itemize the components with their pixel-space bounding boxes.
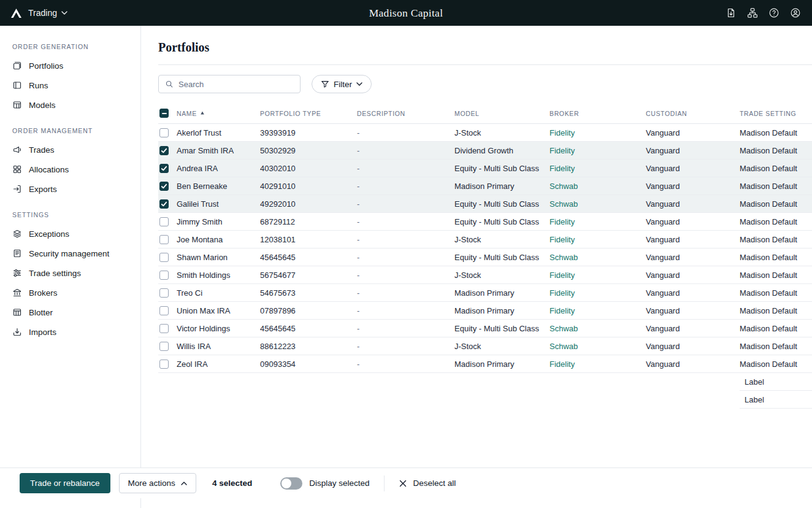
row-checkbox[interactable] xyxy=(159,128,169,137)
broker-link[interactable]: Schwab xyxy=(550,253,578,262)
table-row[interactable]: Galilei Trust49292010-Equity - Multi Sub… xyxy=(158,195,812,213)
broker-link[interactable]: Schwab xyxy=(550,182,578,191)
broker-link[interactable]: Fidelity xyxy=(550,306,575,315)
cell-custodian: Vanguard xyxy=(646,355,740,373)
sidebar-item-security-management[interactable]: Security management xyxy=(0,244,140,263)
app-logo-icon[interactable] xyxy=(11,9,21,18)
column-header-custodian[interactable]: CUSTODIAN xyxy=(646,103,740,124)
cell-description: - xyxy=(357,337,454,355)
cell-broker: Fidelity xyxy=(550,231,646,248)
cell-custodian: Vanguard xyxy=(646,284,740,302)
row-checkbox[interactable] xyxy=(159,271,169,280)
filter-button[interactable]: Filter xyxy=(312,75,372,93)
cell-model: Madison Primary xyxy=(454,355,550,373)
hierarchy-icon[interactable] xyxy=(747,7,758,18)
cell-name: Amar Smith IRA xyxy=(177,142,260,160)
broker-link[interactable]: Fidelity xyxy=(550,164,575,173)
column-header-broker[interactable]: BROKER xyxy=(550,103,646,124)
sidebar-item-portfolios[interactable]: Portfolios xyxy=(0,56,140,75)
table-row[interactable]: Victor Holdings45645645-Equity - Multi S… xyxy=(158,320,812,337)
help-icon[interactable] xyxy=(768,7,779,18)
row-checkbox[interactable] xyxy=(159,182,169,191)
toggle-knob xyxy=(282,479,291,488)
column-header-description[interactable]: DESCRIPTION xyxy=(357,103,454,124)
row-checkbox[interactable] xyxy=(159,253,169,262)
table-row[interactable]: Union Max IRA07897896-Madison PrimaryFid… xyxy=(158,302,812,320)
row-checkbox[interactable] xyxy=(159,217,169,226)
data-import-icon[interactable] xyxy=(726,7,737,18)
cell-portfolio-type: 09093354 xyxy=(260,355,357,373)
sidebar-item-label: Brokers xyxy=(29,288,58,298)
column-header-portfolio-type[interactable]: PORTFOLIO TYPE xyxy=(260,103,357,124)
broker-link[interactable]: Fidelity xyxy=(550,128,575,137)
broker-link[interactable]: Fidelity xyxy=(550,217,575,226)
column-header-name[interactable]: NAME xyxy=(177,103,260,124)
broker-link[interactable]: Fidelity xyxy=(550,360,575,369)
search-icon xyxy=(165,80,174,88)
row-checkbox[interactable] xyxy=(159,164,169,173)
row-checkbox[interactable] xyxy=(159,324,169,333)
table-row[interactable]: Joe Montana12038101-J-StockFidelityVangu… xyxy=(158,231,812,248)
table-row[interactable]: Andrea IRA40302010-Equity - Multi Sub Cl… xyxy=(158,160,812,177)
display-selected-toggle[interactable] xyxy=(280,477,302,490)
account-icon[interactable] xyxy=(790,7,801,18)
table-row[interactable]: Zeol IRA09093354-Madison PrimaryFidelity… xyxy=(158,355,812,373)
table-row[interactable]: Akerlof Trust39393919-J-StockFidelityVan… xyxy=(158,124,812,142)
row-checkbox[interactable] xyxy=(159,235,169,244)
select-all-checkbox[interactable] xyxy=(159,109,169,118)
sidebar-item-models[interactable]: Models xyxy=(0,95,140,115)
table-row[interactable]: Shawn Marion45645645-Equity - Multi Sub … xyxy=(158,248,812,266)
blotter-icon xyxy=(12,307,22,317)
cell-broker: Fidelity xyxy=(550,124,646,142)
cell-portfolio-type: 40291010 xyxy=(260,177,357,195)
broker-link[interactable]: Fidelity xyxy=(550,271,575,280)
cell-trade-setting: Madison Default xyxy=(740,195,812,213)
trade-or-rebalance-button[interactable]: Trade or rebalance xyxy=(20,473,110,493)
broker-link[interactable]: Fidelity xyxy=(550,235,575,244)
cell-trade-setting: Madison Default xyxy=(740,355,812,373)
row-checkbox[interactable] xyxy=(159,342,169,351)
cell-description: - xyxy=(357,142,454,160)
cell-name: Andrea IRA xyxy=(177,160,260,177)
sidebar-item-brokers[interactable]: Brokers xyxy=(0,283,140,302)
row-checkbox[interactable] xyxy=(159,360,169,369)
deselect-all-button[interactable]: Deselect all xyxy=(399,479,456,488)
column-header-model[interactable]: MODEL xyxy=(454,103,550,124)
row-checkbox[interactable] xyxy=(159,199,169,209)
app-switcher[interactable]: Trading xyxy=(28,8,67,18)
sidebar-item-exports[interactable]: Exports xyxy=(0,179,140,199)
sidebar-item-trades[interactable]: Trades xyxy=(0,140,140,160)
sidebar-item-allocations[interactable]: Allocations xyxy=(0,160,140,179)
broker-link[interactable]: Schwab xyxy=(550,324,578,333)
brand-title: Madison Capital xyxy=(0,7,812,20)
sidebar-item-trade-settings[interactable]: Trade settings xyxy=(0,263,140,283)
row-checkbox[interactable] xyxy=(159,306,169,315)
broker-link[interactable]: Schwab xyxy=(550,199,578,209)
table-row[interactable]: Amar Smith IRA50302929-Dividend GrowthFi… xyxy=(158,142,812,160)
table-row[interactable]: Jimmy Smith68729112-Equity - Multi Sub C… xyxy=(158,213,812,231)
broker-link[interactable]: Fidelity xyxy=(550,288,575,298)
broker-link[interactable]: Fidelity xyxy=(550,146,575,155)
column-header-trade-setting[interactable]: TRADE SETTING xyxy=(740,103,812,124)
cell-description: - xyxy=(357,195,454,213)
sidebar-item-blotter[interactable]: Blotter xyxy=(0,302,140,322)
search-box[interactable] xyxy=(158,75,301,93)
row-checkbox[interactable] xyxy=(159,288,169,298)
cell-description: - xyxy=(357,266,454,284)
cell-broker: Fidelity xyxy=(550,284,646,302)
cell-trade-setting: Madison Default xyxy=(740,337,812,355)
cell-broker: Schwab xyxy=(550,195,646,213)
search-input[interactable] xyxy=(178,80,294,89)
cell-portfolio-type: 49292010 xyxy=(260,195,357,213)
row-checkbox[interactable] xyxy=(159,146,169,155)
table-row[interactable]: Treo Ci54675673-Madison PrimaryFidelityV… xyxy=(158,284,812,302)
table-row[interactable]: Smith Holdings56754677-J-StockFidelityVa… xyxy=(158,266,812,284)
more-actions-button[interactable]: More actions xyxy=(119,473,196,493)
sidebar-item-imports[interactable]: Imports xyxy=(0,322,140,342)
broker-link[interactable]: Schwab xyxy=(550,342,578,351)
table-row[interactable]: Ben Berneake40291010-Madison PrimarySchw… xyxy=(158,177,812,195)
sidebar-item-exceptions[interactable]: Exceptions xyxy=(0,224,140,244)
sidebar-item-runs[interactable]: Runs xyxy=(0,75,140,95)
table-row[interactable]: Willis IRA88612223-J-StockSchwabVanguard… xyxy=(158,337,812,355)
page-body: ORDER GENERATIONPortfoliosRunsModelsORDE… xyxy=(0,26,812,508)
